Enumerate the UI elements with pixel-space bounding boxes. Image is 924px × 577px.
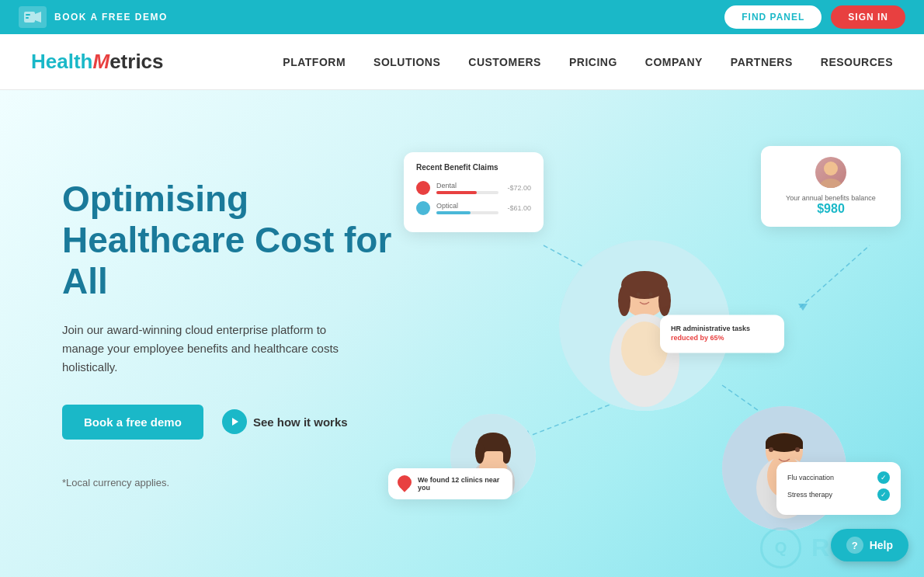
benefit-claims-card: Recent Benefit Claims Dental -$72.00 Opt… bbox=[404, 152, 544, 232]
balance-amount: $980 bbox=[773, 202, 888, 216]
svg-marker-10 bbox=[798, 304, 808, 311]
claim-dental: Dental -$72.00 bbox=[416, 181, 531, 195]
logo-health: Health bbox=[31, 50, 92, 74]
svg-rect-0 bbox=[24, 12, 35, 23]
top-bar: BOOK A FREE DEMO FIND PANEL SIGN IN bbox=[0, 0, 924, 34]
svg-point-18 bbox=[618, 285, 630, 316]
treatments-card: Flu vaccination ✓ Stress therapy ✓ bbox=[776, 462, 901, 515]
see-how-label: See how it works bbox=[253, 415, 348, 429]
svg-point-19 bbox=[658, 285, 671, 316]
svg-point-14 bbox=[818, 179, 843, 188]
flu-check: ✓ bbox=[877, 471, 890, 484]
flu-label: Flu vaccination bbox=[787, 474, 834, 481]
svg-point-29 bbox=[475, 442, 485, 464]
balance-avatar bbox=[815, 157, 846, 188]
dental-label: Dental bbox=[436, 182, 501, 189]
svg-point-22 bbox=[637, 292, 641, 296]
revain-logo-icon: Q bbox=[759, 527, 802, 569]
nav-resources[interactable]: RESOURCES bbox=[821, 56, 893, 68]
svg-point-23 bbox=[649, 292, 653, 296]
sign-in-button[interactable]: SIGN IN bbox=[831, 5, 905, 29]
hero-section: Optimising Healthcare Cost for All Join … bbox=[0, 90, 924, 577]
benefit-claims-title: Recent Benefit Claims bbox=[416, 163, 531, 172]
video-icon bbox=[19, 6, 47, 28]
logo[interactable]: HealthMetrics bbox=[31, 50, 164, 74]
balance-card: Your annual benefits balance $980 bbox=[761, 146, 901, 227]
hero-title: Optimising Healthcare Cost for All bbox=[62, 179, 404, 302]
optical-dot bbox=[416, 201, 430, 215]
see-how-button[interactable]: See how it works bbox=[222, 409, 348, 434]
hr-highlight: reduced by 65% bbox=[671, 335, 724, 342]
svg-point-39 bbox=[795, 447, 800, 452]
logo-metrics: etrics bbox=[109, 50, 163, 74]
svg-point-13 bbox=[824, 162, 838, 176]
nav-company[interactable]: COMPANY bbox=[645, 56, 703, 68]
svg-rect-31 bbox=[485, 451, 503, 464]
optical-bar-container bbox=[436, 211, 498, 214]
hero-visual: Recent Benefit Claims Dental -$72.00 Opt… bbox=[365, 90, 924, 577]
optical-amount: -$61.00 bbox=[507, 204, 531, 212]
navbar: HealthMetrics PLATFORM SOLUTIONS CUSTOME… bbox=[0, 34, 924, 90]
svg-line-6 bbox=[800, 245, 870, 308]
optical-info: Optical bbox=[436, 202, 501, 214]
nav-pricing[interactable]: PRICING bbox=[569, 56, 617, 68]
svg-marker-4 bbox=[232, 418, 238, 426]
nav-partners[interactable]: PARTNERS bbox=[731, 56, 793, 68]
hr-tasks-card: HR administrative tasks reduced by 65% bbox=[660, 315, 784, 353]
top-bar-left: BOOK A FREE DEMO bbox=[19, 6, 168, 28]
book-demo-button[interactable]: Book a free demo bbox=[62, 405, 203, 440]
hero-footnote: *Local currency applies. bbox=[62, 477, 404, 488]
dental-dot bbox=[416, 181, 430, 195]
stress-label: Stress therapy bbox=[787, 491, 832, 499]
clinics-text: We found 12 clinics near you bbox=[418, 476, 503, 492]
hr-tasks-text: HR administrative tasks reduced by 65% bbox=[671, 324, 773, 343]
dental-info: Dental bbox=[436, 182, 501, 194]
top-bar-right: FIND PANEL SIGN IN bbox=[724, 5, 905, 29]
svg-text:Q: Q bbox=[775, 539, 787, 556]
hero-content: Optimising Healthcare Cost for All Join … bbox=[0, 179, 404, 488]
claim-optical: Optical -$61.00 bbox=[416, 201, 531, 215]
svg-rect-2 bbox=[26, 14, 30, 16]
hero-actions: Book a free demo See how it works bbox=[62, 405, 404, 440]
svg-rect-3 bbox=[26, 17, 29, 19]
balance-label: Your annual benefits balance bbox=[773, 194, 888, 202]
help-icon: ? bbox=[846, 537, 863, 554]
find-panel-button[interactable]: FIND PANEL bbox=[724, 5, 822, 29]
svg-marker-1 bbox=[35, 12, 41, 23]
dental-bar bbox=[436, 191, 477, 194]
stress-check: ✓ bbox=[877, 488, 890, 501]
top-bar-cta-text: BOOK A FREE DEMO bbox=[54, 12, 168, 23]
nav-customers[interactable]: CUSTOMERS bbox=[468, 56, 541, 68]
nav-solutions[interactable]: SOLUTIONS bbox=[373, 56, 440, 68]
nav-platform[interactable]: PLATFORM bbox=[283, 56, 346, 68]
nav-links: PLATFORM SOLUTIONS CUSTOMERS PRICING COM… bbox=[283, 55, 893, 69]
help-button[interactable]: ? Help bbox=[831, 529, 908, 561]
hero-subtitle: Join our award-winning cloud enterprise … bbox=[62, 321, 357, 377]
optical-bar bbox=[436, 211, 471, 214]
dental-amount: -$72.00 bbox=[507, 184, 531, 192]
help-label: Help bbox=[870, 539, 893, 551]
svg-point-38 bbox=[769, 447, 773, 452]
play-icon bbox=[222, 409, 247, 434]
treatment-stress: Stress therapy ✓ bbox=[787, 488, 890, 501]
optical-label: Optical bbox=[436, 202, 501, 210]
logo-m-accent: M bbox=[92, 50, 109, 74]
clinics-card: We found 12 clinics near you bbox=[388, 468, 512, 499]
treatment-flu: Flu vaccination ✓ bbox=[787, 471, 890, 484]
dental-bar-container bbox=[436, 191, 498, 194]
